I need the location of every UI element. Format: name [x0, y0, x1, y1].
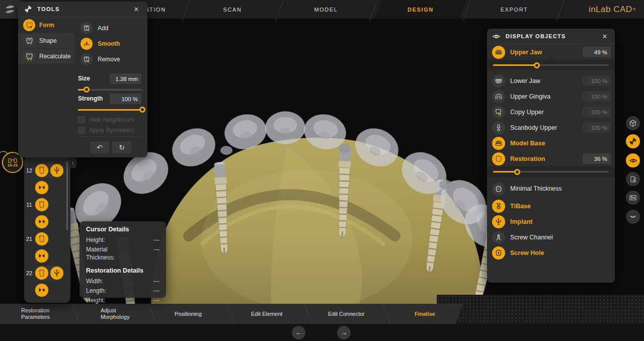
display-objects-toggle-button[interactable]: [626, 153, 640, 167]
model-base-icon: [492, 137, 505, 150]
brand-logo: inLab CAD®: [589, 0, 636, 19]
connector-icon[interactable]: [35, 249, 48, 263]
apply-symmetric-checkbox[interactable]: Apply Symmetric: [78, 127, 134, 134]
scanbody-upper-opacity-value[interactable]: 100 %: [583, 122, 611, 133]
brush-remove[interactable]: Remove: [80, 52, 146, 67]
restoration-icon: [492, 152, 505, 165]
implant-icon[interactable]: [50, 267, 63, 280]
add-brush-icon: [80, 22, 93, 34]
step-edit-element[interactable]: Edit Element: [251, 304, 282, 324]
tools-panel-title: TOOLS: [37, 6, 126, 12]
restoration-length-value: ---: [153, 287, 159, 295]
bottom-strip: [0, 324, 644, 341]
inlab-cad-window: ATION SCAN MODEL DESIGN EXPORT inLab CAD…: [0, 0, 644, 341]
restoration-width-value: ---: [153, 277, 159, 285]
strength-value[interactable]: 100 %: [110, 94, 141, 104]
checkbox-box: [78, 127, 85, 134]
implant-icon[interactable]: [50, 164, 63, 177]
crown-icon[interactable]: [35, 232, 48, 245]
connector-row: [24, 214, 70, 229]
tooth-row-11: 11: [24, 197, 70, 212]
tab-export[interactable]: EXPORT: [501, 0, 528, 19]
undo-button[interactable]: ↶: [90, 141, 109, 153]
display-item-minimal-thickness[interactable]: Minimal Thickness: [487, 180, 615, 198]
articulation-button[interactable]: [626, 210, 640, 224]
size-value[interactable]: 1.38 mm: [110, 73, 141, 84]
documents-button[interactable]: [626, 172, 640, 186]
snapshot-button[interactable]: [626, 191, 640, 205]
connector-icon[interactable]: [35, 181, 48, 194]
brush-add[interactable]: Add: [80, 21, 146, 36]
cube-icon: [629, 119, 637, 127]
upper-gingiva-opacity-value[interactable]: 100 %: [583, 91, 611, 102]
display-item-copy-upper[interactable]: Copy Upper 100 %: [487, 104, 615, 120]
tab-scan[interactable]: SCAN: [223, 0, 242, 19]
copy-upper-opacity-value[interactable]: 100 %: [583, 107, 611, 117]
view-cube-button[interactable]: [626, 116, 640, 130]
connector-row: [24, 248, 70, 264]
display-item-implant[interactable]: Implant: [487, 214, 615, 229]
tab-administration[interactable]: ATION: [145, 0, 166, 19]
tools-close-button[interactable]: ✕: [131, 4, 141, 14]
display-item-scanbody-upper[interactable]: Scanbody Upper 100 %: [487, 120, 615, 135]
display-item-upper-gingiva[interactable]: Upper Gingiva 100 %: [487, 89, 615, 104]
strength-slider[interactable]: [78, 106, 142, 113]
display-item-screw-hole[interactable]: Screw Hole: [487, 245, 615, 261]
display-objects-panel: DISPLAY OBJECTS ✕ Upper Jaw 49 % Lower J…: [487, 29, 615, 283]
connector-icon[interactable]: [35, 284, 48, 297]
next-step-button[interactable]: →: [337, 326, 351, 339]
step-edit-connector[interactable]: Edit Connector: [328, 304, 365, 324]
tool-mode-recalculate[interactable]: Recalculate: [18, 49, 74, 64]
display-item-lower-jaw[interactable]: Lower Jaw 100 %: [487, 73, 615, 89]
crown-icon[interactable]: [35, 164, 48, 177]
upper-jaw-opacity-value[interactable]: 49 %: [583, 47, 611, 57]
crown-icon[interactable]: [35, 198, 48, 211]
restoration-opacity-value[interactable]: 36 %: [583, 153, 611, 164]
step-positioning[interactable]: Positioning: [175, 304, 202, 324]
upper-gingiva-icon: [492, 90, 505, 103]
tools-icon: [629, 137, 637, 145]
display-objects-title: DISPLAY OBJECTS: [506, 33, 595, 39]
restoration-opacity-slider[interactable]: [487, 166, 615, 177]
upper-jaw-icon: [492, 46, 505, 59]
form-tool-icon: [23, 19, 35, 31]
material-thickness-value: ---: [153, 245, 159, 262]
step-finalise[interactable]: Finalise: [415, 304, 435, 324]
tooth-row-12: 12: [24, 163, 70, 178]
size-slider[interactable]: [78, 86, 142, 93]
tools-toggle-button[interactable]: [626, 134, 640, 148]
tool-mode-shape[interactable]: Shape: [18, 33, 74, 48]
tab-design[interactable]: DESIGN: [408, 0, 434, 19]
previous-step-button[interactable]: ←: [292, 326, 305, 339]
display-objects-close-button[interactable]: ✕: [600, 31, 610, 41]
document-icon: [629, 176, 637, 183]
tool-mode-form[interactable]: Form: [18, 18, 74, 33]
display-item-tibase[interactable]: TiBase: [487, 198, 615, 214]
display-item-model-base[interactable]: Model Base: [487, 135, 615, 151]
app-logo[interactable]: [0, 0, 20, 19]
remove-brush-icon: [80, 53, 93, 65]
brush-smooth[interactable]: Smooth: [80, 36, 146, 51]
sidebar-scrollbar[interactable]: [66, 161, 68, 230]
display-item-screw-channel[interactable]: Screw Channel: [487, 229, 615, 245]
eye-icon: [492, 32, 501, 41]
upper-jaw-opacity-slider[interactable]: [487, 60, 615, 70]
tooth-row-22: 22: [24, 266, 70, 281]
smooth-brush-icon: [80, 38, 93, 50]
tab-model[interactable]: MODEL: [314, 0, 338, 19]
lower-jaw-icon: [492, 74, 505, 88]
crown-icon[interactable]: [35, 267, 48, 280]
minimal-thickness-icon: [492, 183, 505, 196]
tools-panel: TOOLS ✕ Form Shape Recalculate: [18, 2, 147, 157]
connector-icon[interactable]: [35, 215, 48, 228]
cursor-details-title: Cursor Details: [86, 226, 159, 233]
step-adjust-morphology[interactable]: Adjust Morphology: [101, 304, 146, 324]
implant-icon: [492, 215, 505, 228]
hide-neighbours-checkbox[interactable]: Hide Neighbours: [78, 116, 134, 123]
lower-jaw-opacity-value[interactable]: 100 %: [583, 75, 611, 86]
redo-button[interactable]: ↻: [112, 141, 131, 153]
step-restoration-parameters[interactable]: Restoration Parameters: [21, 304, 73, 324]
checkbox-box: [78, 116, 85, 123]
sirona-logo-icon: [4, 4, 16, 16]
tibase-icon: [492, 200, 505, 213]
